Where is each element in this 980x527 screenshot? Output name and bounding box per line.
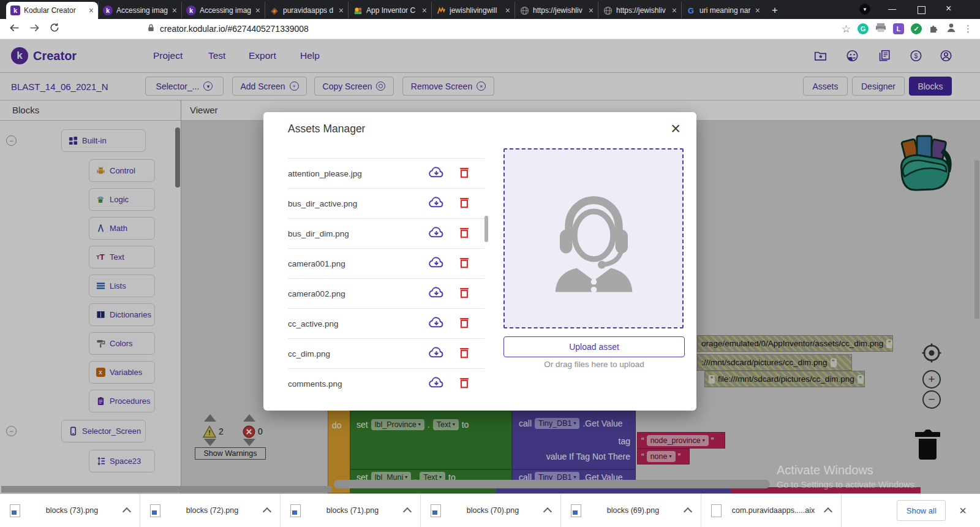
lock-icon[interactable] <box>147 23 155 35</box>
upload-asset-button[interactable]: Upload asset <box>503 336 685 357</box>
profile-avatar-icon[interactable] <box>946 22 957 36</box>
forward-icon[interactable] <box>29 22 40 36</box>
activate-windows-watermark: Activate Windows <box>777 463 873 477</box>
download-asset-icon[interactable] <box>429 195 444 213</box>
delete-asset-icon[interactable] <box>458 165 471 182</box>
download-item[interactable]: blocks (71).png <box>281 494 421 527</box>
printer-extension-icon[interactable] <box>875 23 886 35</box>
delete-asset-icon[interactable] <box>458 315 471 332</box>
image-file-icon <box>431 504 441 517</box>
tab-jewishlivingwill[interactable]: jewishlivingwill × <box>431 2 514 19</box>
asset-row: camera001.png <box>288 248 484 278</box>
asset-filename: camera002.png <box>288 289 421 298</box>
activate-windows-hint: Go to Settings to activate Windows. <box>777 480 917 490</box>
drag-files-hint: Or drag files here to upload <box>503 360 685 369</box>
show-all-downloads-button[interactable]: Show all <box>897 500 946 521</box>
grammarly-extension-icon[interactable]: G <box>858 23 869 34</box>
close-downloads-bar-icon[interactable]: × <box>959 504 967 518</box>
image-file-icon <box>10 504 20 517</box>
tab-jewishliv-2[interactable]: https://jewishliv × <box>598 2 681 19</box>
tab-close-icon[interactable]: × <box>255 6 260 15</box>
delete-asset-icon[interactable] <box>458 225 471 242</box>
kodular-favicon: k <box>103 6 113 15</box>
tab-accessing-images-2[interactable]: k Accessing imag × <box>181 2 265 19</box>
browser-menu-icon[interactable]: ⋮ <box>963 23 973 34</box>
chevron-up-icon[interactable] <box>684 507 692 515</box>
chevron-up-icon[interactable] <box>263 507 271 515</box>
refresh-icon[interactable] <box>49 22 60 36</box>
tab-accessing-images-1[interactable]: k Accessing imag × <box>98 2 181 19</box>
delete-asset-icon[interactable] <box>458 285 471 302</box>
tab-label: Accessing imag <box>200 6 252 15</box>
download-filename: blocks (73).png <box>26 506 118 515</box>
tab-label: https://jewishliv <box>533 6 585 15</box>
tab-kodular-creator[interactable]: k Kodular Creator × <box>6 2 98 19</box>
tab-close-icon[interactable]: × <box>172 6 177 15</box>
asset-file-list: attention_please.jpg bus_dir_active.png … <box>288 158 484 398</box>
window-minimize-button[interactable]: — <box>888 4 896 13</box>
tab-close-icon[interactable]: × <box>755 6 760 15</box>
download-item[interactable]: blocks (73).png <box>0 494 140 527</box>
new-tab-button[interactable]: + <box>772 4 778 17</box>
delete-asset-icon[interactable] <box>458 345 471 362</box>
delete-asset-icon[interactable] <box>458 255 471 272</box>
download-item[interactable]: blocks (69).png <box>561 494 701 527</box>
assets-manager-modal: Assets Manager × attention_please.jpg bu… <box>263 112 696 411</box>
asset-row: bus_dir_active.png <box>288 188 484 218</box>
download-asset-icon[interactable] <box>429 255 444 273</box>
modal-close-icon[interactable]: × <box>671 119 680 138</box>
window-maximize-button[interactable] <box>918 6 925 14</box>
asset-row: comments.png <box>288 368 484 398</box>
address-bar-actions: ☆ G L ✓ ⋮ <box>842 22 973 36</box>
kodular-page: k Creator Project Test Export Help $ BLA… <box>0 39 980 493</box>
download-asset-icon[interactable] <box>429 345 444 363</box>
chevron-up-icon[interactable] <box>123 507 131 515</box>
tab-puravidaapps[interactable]: ◈ puravidaapps d × <box>265 2 348 19</box>
url-text[interactable]: creator.kodular.io/#6274405271339008 <box>160 24 842 34</box>
download-filename: blocks (70).png <box>447 506 538 515</box>
delete-asset-icon[interactable] <box>458 195 471 212</box>
delete-asset-icon[interactable] <box>458 375 471 392</box>
google-favicon: G <box>686 6 696 15</box>
tab-close-icon[interactable]: × <box>505 6 510 15</box>
tab-jewishliv-1[interactable]: https://jewishliv × <box>514 2 598 19</box>
browser-tab-bar: k Kodular Creator × k Accessing imag × k… <box>0 0 980 19</box>
asset-row: cc_active.png <box>288 308 484 338</box>
safecheck-extension-icon[interactable]: ✓ <box>911 23 922 34</box>
download-asset-icon[interactable] <box>429 225 444 243</box>
download-item[interactable]: blocks (70).png <box>421 494 561 527</box>
tab-label: jewishlivingwill <box>450 6 502 15</box>
download-asset-icon[interactable] <box>429 165 444 183</box>
tab-close-icon[interactable]: × <box>339 6 344 15</box>
extensions-puzzle-icon[interactable] <box>929 23 939 36</box>
window-close-button[interactable]: × <box>946 3 951 14</box>
asset-filename: camera001.png <box>288 259 421 268</box>
download-asset-icon[interactable] <box>429 315 444 333</box>
asset-filename: cc_dim.png <box>288 349 421 358</box>
bookmark-star-icon[interactable]: ☆ <box>842 23 851 36</box>
tab-close-icon[interactable]: × <box>422 6 427 15</box>
tab-label: https://jewishliv <box>616 6 668 15</box>
modal-title: Assets Manager <box>288 123 365 135</box>
download-item[interactable]: blocks (72).png <box>140 494 281 527</box>
download-item[interactable]: com.puravidaapps.....aix <box>701 494 842 527</box>
tab-close-icon[interactable]: × <box>589 6 594 15</box>
image-file-icon <box>150 504 160 517</box>
tab-app-inventor[interactable]: App Inventor C × <box>348 2 431 19</box>
asset-row: cc_dim.png <box>288 338 484 368</box>
tab-uri-meaning[interactable]: G uri meaning nar × <box>681 2 764 19</box>
asset-row: camera002.png <box>288 278 484 308</box>
lastpass-extension-icon[interactable]: L <box>893 23 904 34</box>
tab-close-icon[interactable]: × <box>672 6 677 15</box>
chevron-up-icon[interactable] <box>403 507 412 515</box>
upload-dropzone[interactable] <box>503 148 684 328</box>
chevron-up-icon[interactable] <box>824 507 832 515</box>
file-list-scrollbar[interactable] <box>484 216 488 242</box>
download-asset-icon[interactable] <box>429 285 444 303</box>
tab-search-icon[interactable]: ▾ <box>859 4 870 15</box>
back-icon[interactable] <box>9 22 20 36</box>
download-asset-icon[interactable] <box>429 375 444 393</box>
document-file-icon <box>711 504 722 517</box>
chevron-up-icon[interactable] <box>543 507 552 515</box>
tab-close-icon[interactable]: × <box>89 6 94 15</box>
